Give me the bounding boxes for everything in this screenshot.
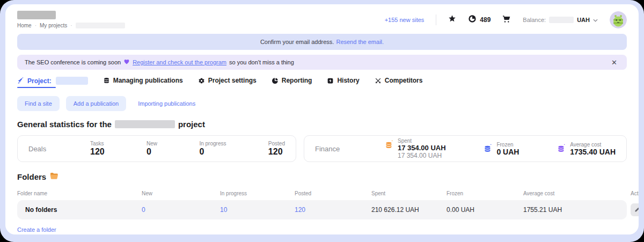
coins-button[interactable]: 489 [468,14,491,25]
row-in-progress-link[interactable]: 10 [220,206,295,214]
app-frame: Home · My projects · +155 new sites [0,0,644,242]
deals-stats: Tasks 120 New 0 In progress 0 Posted 120 [90,141,285,157]
folder-icon [50,172,58,181]
stat-in-progress-value: 0 [199,147,226,157]
finance-card-label: Finance [315,145,385,153]
cart-icon [502,14,511,25]
action-buttons: Find a site Add a publication Importing … [17,96,627,111]
email-confirm-banner: Confirm your email address. Resend the e… [17,34,627,50]
breadcrumb-my-projects[interactable]: My projects [40,23,67,28]
row-new-link[interactable]: 0 [142,206,220,214]
tab-competitors[interactable]: Competitors [375,77,423,84]
avatar[interactable] [610,11,627,28]
col-new: New [142,190,220,196]
table-row: No folders 0 10 120 210 626.12 UAH 0.00 … [17,200,627,219]
resend-email-link[interactable]: Resend the email. [336,39,384,45]
col-spent: Spent [371,190,447,196]
stat-posted: Posted 120 [268,141,285,157]
cart-button[interactable] [502,14,511,25]
conference-banner: The SEO conference is coming soon Regist… [17,55,627,70]
table-header-row: Folder name New In progress Posted Spent… [17,187,627,200]
stat-posted-value: 120 [268,147,285,157]
stat-cards: Deals Tasks 120 New 0 In progress 0 [17,135,627,162]
finance-card: Finance Spent 17 354.00 UAH 17 354.00 UA… [304,135,627,162]
tab-project-settings[interactable]: Project settings [198,77,257,84]
stat-new-value: 0 [147,147,157,157]
finance-spent: Spent 17 354.00 UAH 17 354.00 UAH [385,138,446,159]
row-folder-name: No folders [17,206,142,214]
stats-heading-before: General statistics for the [17,120,112,129]
divider [436,14,436,25]
col-folder-name: Folder name [17,190,142,196]
new-sites-link[interactable]: +155 new sites [385,17,425,23]
stat-posted-label: Posted [268,141,285,146]
tab-reporting-label: Reporting [282,77,312,84]
history-icon [327,77,334,84]
folders-heading: Folders [17,172,627,181]
deals-card-label: Deals [28,145,90,153]
finance-frozen: Frozen 0 UAH [484,142,519,156]
project-name-redacted [56,77,88,85]
header-right: +155 new sites 489 [385,11,627,28]
folders-table: Folder name New In progress Posted Spent… [17,187,627,219]
tab-history-label: History [337,77,359,84]
tab-history[interactable]: History [327,77,359,84]
stat-tasks: Tasks 120 [90,141,105,157]
col-in-progress: In progress [220,190,295,196]
edit-folder-button[interactable] [631,203,639,216]
col-average-cost: Average cost [523,190,631,196]
spent-value: 17 354.00 UAH [398,144,446,152]
folders-heading-label: Folders [17,172,46,181]
stat-in-progress-label: In progress [199,141,226,146]
coins-count: 489 [480,16,491,24]
crossed-swords-icon [375,77,382,84]
logo-redacted[interactable] [17,11,56,19]
tab-project-label: Project: [27,77,52,85]
stat-new: New 0 [147,141,157,157]
coin-icon [468,14,477,25]
row-spent: 210 626.12 UAH [371,206,447,214]
header-left: Home · My projects · [17,11,125,28]
stats-heading-after: project [178,120,205,129]
tab-managing-publications[interactable]: Managing publications [103,77,183,84]
balance-menu[interactable]: Balance: UAH [523,17,598,23]
col-actions: Actions [631,190,639,196]
coins-blue-icon [484,144,493,153]
average-cost-label: Average cost [570,142,616,148]
breadcrumb-separator: · [70,23,72,28]
row-frozen: 0.00 UAH [447,206,523,214]
chevron-down-icon [593,17,598,23]
find-site-button[interactable]: Find a site [17,96,60,111]
importing-publications-link[interactable]: Importing publications [133,96,201,111]
pencil-icon [634,206,639,214]
tab-project[interactable]: Project: [17,77,88,88]
conference-text-before: The SEO conference is coming soon [25,59,121,65]
breadcrumb-home[interactable]: Home [17,23,32,28]
close-icon[interactable]: ✕ [609,58,619,67]
row-posted-link[interactable]: 120 [295,206,371,214]
add-publication-button[interactable]: Add a publication [66,96,126,111]
breadcrumb-project-redacted [76,23,125,28]
conference-register-link[interactable]: Register and check out the program [133,59,226,65]
row-actions [631,203,639,216]
coins-purple-icon [557,144,566,153]
breadcrumb-separator: · [35,23,36,28]
stats-heading: General statistics for the project [17,120,627,129]
stat-tasks-value: 120 [90,147,105,157]
balance-label: Balance: [523,17,546,23]
project-tabs: Project: Managing publications [17,77,627,88]
balance-redacted [549,17,574,23]
favorites-button[interactable] [448,14,456,25]
frozen-value: 0 UAH [496,148,519,156]
create-folder-link[interactable]: Create a folder [17,226,56,233]
rocket-icon [17,77,24,84]
conference-text-after: so you don't miss a thing [229,59,294,65]
row-average-cost: 1755.21 UAH [523,206,631,214]
coins-orange-icon [385,140,394,149]
header: Home · My projects · +155 new sites [12,4,632,33]
tab-reporting[interactable]: Reporting [272,77,312,84]
deals-card: Deals Tasks 120 New 0 In progress 0 [17,135,296,162]
purple-heart-icon [123,58,130,66]
page-container: Home · My projects · +155 new sites [5,4,639,234]
stat-in-progress: In progress 0 [199,141,226,157]
